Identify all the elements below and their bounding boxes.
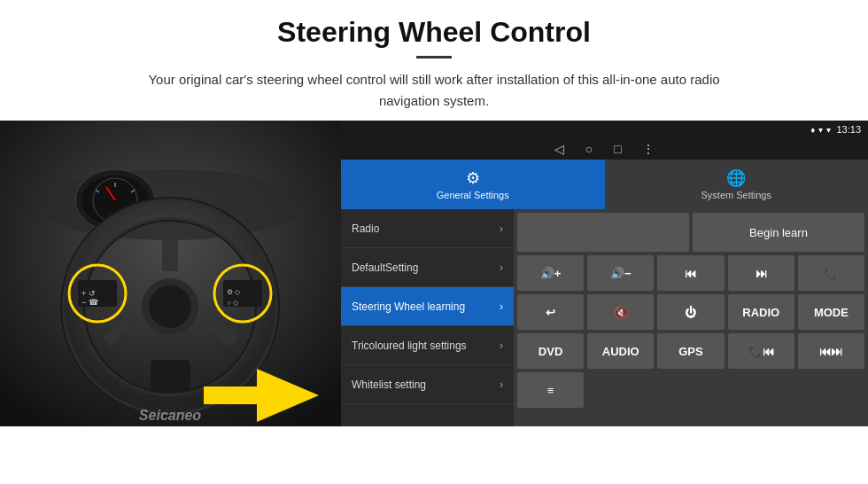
dvd-btn[interactable]: DVD: [517, 333, 584, 369]
left-menu: Radio › DefaultSetting › Steering Wheel …: [341, 209, 514, 426]
svg-rect-27: [204, 386, 261, 404]
audio-btn[interactable]: AUDIO: [587, 333, 654, 369]
content-area: + ↺ − ☎ ⚙ ◇ ○ ◇ Seicaneo ♦ ▾ ▾ 13:13: [0, 121, 868, 426]
whitelist-chevron: ›: [500, 379, 503, 391]
prev-btn[interactable]: ⏮: [657, 255, 724, 291]
vol-up-btn[interactable]: 🔊+: [517, 255, 584, 291]
steering-chevron: ›: [500, 301, 503, 313]
top-row: Begin learn: [517, 213, 864, 252]
prev-next-btn[interactable]: ⏮⏭: [798, 333, 864, 369]
back-nav-btn[interactable]: ◁: [554, 142, 564, 156]
tab-system-settings[interactable]: 🌐 System Settings: [605, 160, 869, 209]
svg-text:○  ◇: ○ ◇: [227, 299, 239, 307]
menu-item-steering[interactable]: Steering Wheel learning ›: [341, 287, 514, 326]
title-divider: [416, 56, 452, 59]
svg-text:Seicaneo: Seicaneo: [139, 408, 201, 423]
nav-bar: ◁ ○ □ ⋮: [341, 138, 868, 160]
svg-text:⚙  ◇: ⚙ ◇: [227, 288, 241, 296]
recent-nav-btn[interactable]: □: [614, 142, 621, 156]
status-bar: ♦ ▾ ▾ 13:13: [341, 121, 868, 138]
audio-label: AUDIO: [602, 345, 639, 358]
tab-system-label: System Settings: [701, 190, 771, 200]
tab-general-label: General Settings: [437, 190, 509, 200]
system-settings-icon: 🌐: [726, 168, 746, 188]
phone-icon: 📞: [824, 267, 838, 280]
menu-item-defaultsetting[interactable]: DefaultSetting ›: [341, 248, 514, 287]
power-icon: ⏻: [685, 306, 696, 319]
mute-btn[interactable]: 🔇: [587, 294, 654, 330]
svg-text:−  ☎: − ☎: [81, 298, 98, 307]
empty-display-box: [517, 213, 689, 252]
prev-next-icon: ⏮⏭: [819, 345, 842, 358]
menu-nav-btn[interactable]: ⋮: [642, 142, 655, 156]
mute-icon: 🔇: [614, 306, 628, 319]
menu-controls: Radio › DefaultSetting › Steering Wheel …: [341, 209, 868, 426]
menu-item-steering-label: Steering Wheel learning: [352, 301, 465, 313]
mode-btn[interactable]: MODE: [798, 294, 864, 330]
menu-item-whitelist[interactable]: Whitelist setting ›: [341, 365, 514, 404]
menu-icon-btn[interactable]: ≡: [517, 372, 584, 408]
next-btn[interactable]: ⏭: [728, 255, 794, 291]
right-controls: Begin learn 🔊+ 🔊− ⏮ ⏭: [514, 209, 868, 426]
menu-item-whitelist-label: Whitelist setting: [352, 379, 426, 391]
wifi-icon: ▾: [818, 125, 823, 135]
back-btn[interactable]: ↩: [517, 294, 584, 330]
menu-item-radio[interactable]: Radio ›: [341, 209, 514, 248]
menu-item-default-label: DefaultSetting: [352, 262, 418, 274]
page-subtitle: Your original car's steering wheel contr…: [124, 69, 744, 112]
next-icon: ⏭: [756, 267, 767, 280]
back-icon: ↩: [546, 306, 555, 319]
default-chevron: ›: [500, 262, 503, 274]
signal-icon: ▾: [826, 125, 831, 135]
general-settings-icon: ⚙: [466, 168, 480, 188]
svg-point-17: [149, 285, 191, 328]
control-row-3: DVD AUDIO GPS 📞⏮ ⏮⏭: [517, 333, 864, 369]
android-ui: ♦ ▾ ▾ 13:13 ◁ ○ □ ⋮ ⚙ General Settings 🌐…: [341, 121, 868, 426]
phone-prev-icon: 📞⏮: [748, 345, 774, 358]
status-time: 13:13: [836, 124, 861, 135]
power-btn[interactable]: ⏻: [657, 294, 724, 330]
menu-icon: ≡: [547, 384, 554, 397]
tricoloured-chevron: ›: [500, 340, 503, 352]
menu-item-tricoloured-label: Tricoloured light settings: [352, 340, 467, 352]
page-header: Steering Wheel Control Your original car…: [0, 0, 868, 121]
tab-general-settings[interactable]: ⚙ General Settings: [341, 160, 605, 209]
control-row-4: ≡: [517, 372, 864, 408]
phone-prev-btn[interactable]: 📞⏮: [728, 333, 794, 369]
tab-bar: ⚙ General Settings 🌐 System Settings: [341, 160, 868, 209]
control-row-1: 🔊+ 🔊− ⏮ ⏭ 📞: [517, 255, 864, 291]
begin-learn-button[interactable]: Begin learn: [693, 213, 864, 252]
location-icon: ♦: [810, 125, 815, 135]
home-nav-btn[interactable]: ○: [585, 142, 593, 156]
dvd-label: DVD: [539, 345, 562, 358]
radio-ctrl-btn[interactable]: RADIO: [728, 294, 794, 330]
menu-item-tricoloured[interactable]: Tricoloured light settings ›: [341, 326, 514, 365]
car-image-area: + ↺ − ☎ ⚙ ◇ ○ ◇ Seicaneo: [0, 121, 341, 426]
vol-down-btn[interactable]: 🔊−: [587, 255, 654, 291]
gps-label: GPS: [678, 345, 702, 358]
phone-btn[interactable]: 📞: [798, 255, 864, 291]
prev-icon: ⏮: [685, 267, 696, 280]
vol-down-icon: 🔊−: [610, 267, 632, 280]
status-icons: ♦ ▾ ▾: [810, 125, 831, 135]
menu-item-radio-label: Radio: [352, 222, 379, 235]
radio-chevron: ›: [500, 222, 503, 235]
radio-label: RADIO: [742, 306, 779, 319]
gps-btn[interactable]: GPS: [657, 333, 724, 369]
mode-label: MODE: [814, 306, 849, 319]
svg-text:+  ↺: + ↺: [81, 289, 96, 298]
page-title: Steering Wheel Control: [35, 16, 833, 49]
control-row-2: ↩ 🔇 ⏻ RADIO MODE: [517, 294, 864, 330]
vol-up-icon: 🔊+: [540, 267, 562, 280]
